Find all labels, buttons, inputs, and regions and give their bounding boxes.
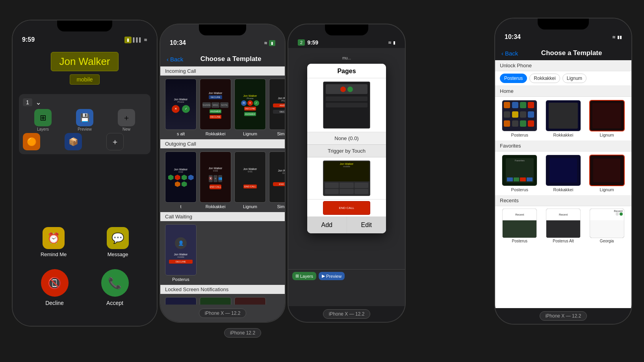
decline-label: Decline bbox=[45, 300, 64, 306]
template-item-lignum-out[interactable]: Jon Walker 0:01 END CALL Lignum bbox=[234, 151, 266, 209]
decline-action[interactable]: 📵 Decline bbox=[41, 269, 69, 306]
phone2-notch bbox=[199, 24, 246, 35]
pages-page1-img bbox=[323, 81, 370, 129]
phone4-recent-posterus[interactable]: Recent Posterus bbox=[499, 209, 540, 243]
phone4-home-lignum[interactable]: Lignum bbox=[586, 100, 627, 137]
toolbar-new-btn[interactable]: ＋ New bbox=[106, 109, 147, 131]
template-item-lignum-in[interactable]: Jon Walker Phone ✉ ✕ ✓ DECLINE ANSWER Li… bbox=[234, 79, 266, 136]
phone4-recent-georgia[interactable]: Recent Georgia bbox=[586, 209, 627, 243]
hex2 bbox=[175, 175, 180, 180]
phone4-home-rokkakkei[interactable]: Rokkakkei bbox=[543, 100, 584, 137]
template-lignum-in-name: Lignum bbox=[243, 131, 257, 136]
phone4-tab-lignum[interactable]: Lignum bbox=[562, 74, 586, 83]
mini-decline-icon: ✕ bbox=[172, 105, 180, 113]
remind-label: Remind Me bbox=[41, 251, 67, 257]
phone4-recent-posterus-alt[interactable]: Recent Posterus Alt bbox=[543, 209, 584, 243]
chevron-down-icon[interactable]: ⌄ bbox=[35, 98, 41, 107]
phone4-tabs: Posterus Rokkakkei Lignum bbox=[495, 71, 631, 86]
call-waiting-templates: 👤 Jon Walker mobile DECLINE Posterus bbox=[160, 221, 285, 285]
toolbar-preview-btn[interactable]: 💾 Preview bbox=[65, 109, 105, 131]
message-icon: 💬 bbox=[107, 227, 129, 249]
phone4-scroll[interactable]: Unlock Phone Posterus Rokkakkei Lignum H… bbox=[495, 60, 631, 308]
pages-extra-img: END CALL bbox=[323, 201, 370, 215]
phone4-home-posterus[interactable]: Posterus bbox=[499, 100, 540, 137]
remind-item[interactable]: ⏰ Remind Me bbox=[41, 227, 67, 257]
pages-add-button[interactable]: Add bbox=[307, 217, 347, 233]
template-thumb-locked-1 bbox=[165, 297, 197, 305]
template-item-locked-1[interactable] bbox=[165, 297, 197, 305]
pages-edit-button[interactable]: Edit bbox=[347, 217, 386, 233]
phone2-back-button[interactable]: ‹ Back bbox=[167, 56, 183, 63]
template-out1-name: t bbox=[180, 204, 181, 209]
template-item-locked-2[interactable] bbox=[200, 297, 231, 305]
phone4-recent-posterus-bottom bbox=[503, 220, 536, 238]
phone4-fav-posterus[interactable]: Favorites Posterus bbox=[499, 155, 540, 192]
caller-type-box: mobile bbox=[70, 74, 99, 85]
phone4-device-label: iPhone X — 12.2 bbox=[540, 311, 587, 321]
phone4-tab-posterus[interactable]: Posterus bbox=[500, 74, 527, 83]
plus-icon[interactable]: ＋ bbox=[106, 133, 124, 150]
hex3 bbox=[182, 175, 187, 180]
pages-popup-title: Pages bbox=[307, 64, 386, 78]
toolbar-layers-btn[interactable]: ⊞ Layers bbox=[23, 109, 63, 131]
home-icon-6 bbox=[512, 111, 518, 118]
phone4-time: 10:34 bbox=[505, 33, 521, 41]
phone4-fav-lignum-name: Lignum bbox=[600, 187, 614, 192]
toolbar-row-1: 1 ⌄ bbox=[23, 98, 147, 107]
pages-none-row: None (0.0) bbox=[307, 132, 386, 145]
end-call-bar: END CALL bbox=[210, 185, 221, 189]
accept-phone-icon: 📞 bbox=[108, 277, 122, 290]
home-icon-2 bbox=[512, 102, 518, 108]
toolbar-icons-row2: 🟠 📦 ＋ bbox=[23, 133, 147, 150]
caller-type: mobile bbox=[76, 76, 93, 83]
phone1-signal: ▌▌▌ bbox=[133, 37, 142, 42]
phone4-tab-rokkakkei[interactable]: Rokkakkei bbox=[529, 74, 560, 83]
phone4-recent-posterus-text: Recent bbox=[515, 213, 524, 216]
phone4-recent-posterus-thumb: Recent bbox=[502, 209, 537, 238]
template-item-salt[interactable]: Jon Walker Phone ✕ ✓ s alt bbox=[165, 79, 197, 136]
template-item-rokkakkei-out[interactable]: Jon Walker 0:03 🔇 ＋ 👥 END CALL Rokkakkei bbox=[200, 151, 231, 209]
accept-action[interactable]: 📞 Accept bbox=[101, 269, 129, 306]
locked-screen-section-header: Locked Screen Notifications bbox=[160, 285, 285, 294]
outgoing-call-section-header: Outgoing Call bbox=[160, 139, 285, 148]
home-icon-5 bbox=[504, 111, 510, 118]
phone3-container: 2 9:59 ≋ ▮ mu... 🔊 speaker bbox=[288, 24, 405, 322]
caller-info-section: Jon Walker mobile bbox=[13, 46, 157, 91]
template-item-out-1[interactable]: Jon Walker 0:02 t bbox=[165, 151, 197, 209]
template-thumb-locked-2 bbox=[200, 297, 231, 305]
pages-trigger-row: Trigger by Touch bbox=[307, 145, 386, 157]
phone2-status-icons: ≋ ▮ bbox=[264, 40, 275, 46]
accept-label: Accept bbox=[106, 300, 123, 306]
decline-button[interactable]: 📵 bbox=[41, 269, 69, 297]
phone4-wifi: ≋ bbox=[612, 35, 616, 40]
mini-answer-icon: ✓ bbox=[182, 105, 190, 113]
phone4-recent-posterus-alt-text: Recent bbox=[559, 213, 568, 216]
template-item-simplex-out[interactable]: Jon Walker 0:01 END CALL Simplex bbox=[269, 151, 285, 209]
phone4-fav-rokkakkei-thumb bbox=[546, 155, 581, 186]
template-thumb-simplex-in: Jon Walker Phone ANSWER DECLINE bbox=[269, 79, 285, 130]
phone4-back-button[interactable]: ‹ Back bbox=[501, 50, 518, 57]
caller-name: Jon Walker bbox=[59, 55, 110, 67]
message-item[interactable]: 💬 Message bbox=[107, 227, 129, 257]
phone4-recents-section: Recents bbox=[495, 195, 631, 206]
template-item-rokkakkei-in[interactable]: Jon Walker SECURE SHARE MSG NOTE ANSWER … bbox=[200, 79, 231, 136]
pages-extra-area: END CALL bbox=[307, 199, 386, 217]
phone2-scroll[interactable]: Incoming Call Jon Walker Phone ✕ ✓ bbox=[160, 66, 285, 305]
template-item-locked-3[interactable] bbox=[234, 297, 266, 305]
template-lignum-out-name: Lignum bbox=[243, 204, 257, 209]
phone4-fav-lignum[interactable]: Lignum bbox=[586, 155, 627, 192]
phone4-home-posterus-thumb bbox=[502, 100, 537, 131]
template-item-posterus-wait[interactable]: 👤 Jon Walker mobile DECLINE Posterus bbox=[165, 224, 197, 282]
phone4-fav-rokkakkei[interactable]: Rokkakkei bbox=[543, 155, 584, 192]
orange-icon[interactable]: 🟠 bbox=[23, 133, 40, 150]
phone1-frame: 9:59 ▮ ▌▌▌ ≋ Jon Walker mobile 1 ⌄ bbox=[12, 20, 158, 327]
phone4-home-posterus-name: Posterus bbox=[511, 133, 528, 137]
call-waiting-section-header: Call Waiting bbox=[160, 212, 285, 221]
template-item-simplex-in[interactable]: Jon Walker Phone ANSWER DECLINE Simplex bbox=[269, 79, 285, 136]
phone2-footer: iPhone X — 12.2 bbox=[160, 305, 285, 322]
accept-button[interactable]: 📞 bbox=[101, 269, 129, 297]
phone4-favorites-section: Favorites bbox=[495, 140, 631, 151]
back-label: Back bbox=[170, 56, 183, 63]
dark-icon[interactable]: 📦 bbox=[65, 133, 82, 150]
locked-screen-templates bbox=[160, 294, 285, 305]
